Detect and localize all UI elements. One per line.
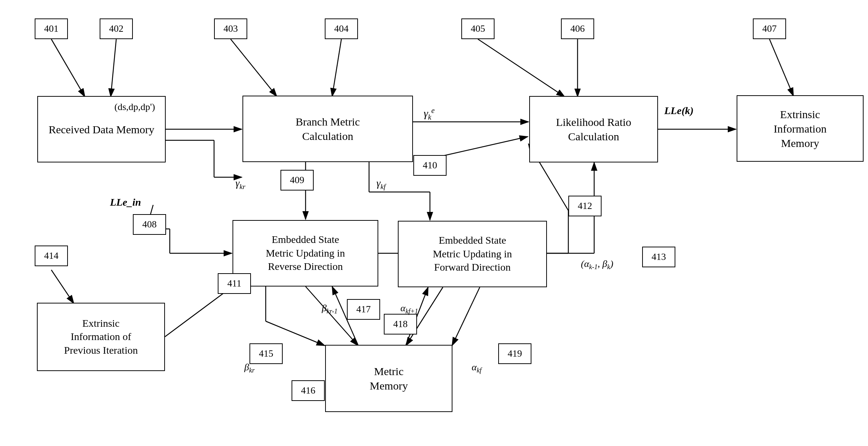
numbox-414: 414 [35, 246, 68, 266]
numbox-405: 405 [461, 18, 495, 39]
label-beta-kr1: βkr-1 [322, 303, 338, 315]
svg-line-24 [165, 287, 232, 337]
svg-line-29 [452, 287, 480, 346]
numbox-406: 406 [561, 18, 594, 39]
label-alpha-kf: αkf [472, 362, 482, 374]
numbox-401: 401 [35, 18, 68, 39]
extrinsic-info-previous-box: ExtrinsicInformation ofPrevious Iteratio… [37, 303, 165, 371]
label-alpha-kf1: αkf+1 [400, 303, 418, 315]
numbox-412: 412 [568, 196, 602, 216]
svg-line-22 [51, 270, 74, 303]
numbox-418: 418 [384, 314, 417, 334]
numbox-411: 411 [218, 273, 251, 294]
label-gamma-ke: γke [424, 106, 435, 121]
numbox-416: 416 [292, 380, 325, 401]
diagram-container: Received Data Memory Branch MetricCalcul… [0, 0, 868, 446]
label-ds-dp: (ds,dp,dp') [114, 102, 155, 113]
label-gamma-kr: γkr [235, 177, 245, 191]
branch-metric-calculation-box: Branch MetricCalculation [242, 96, 413, 162]
label-alpha-beta: (αk-1, βk) [581, 258, 613, 271]
svg-line-9 [332, 39, 341, 96]
forward-direction-box: Embedded StateMetric Updating inForward … [398, 221, 547, 287]
label-lle-in: LLe_in [110, 196, 141, 208]
numbox-403: 403 [214, 18, 247, 39]
metric-memory-box: MetricMemory [325, 345, 452, 412]
svg-line-8 [231, 39, 277, 96]
svg-line-3 [111, 39, 116, 97]
numbox-415: 415 [249, 343, 283, 364]
likelihood-ratio-calculation-box: Likelihood RatioCalculation [529, 96, 658, 162]
label-beta-kr: βkr [244, 362, 255, 374]
svg-line-11 [478, 39, 565, 97]
numbox-417: 417 [347, 299, 380, 320]
numbox-413: 413 [642, 247, 675, 267]
numbox-410: 410 [413, 155, 447, 176]
numbox-409: 409 [280, 170, 314, 191]
svg-line-26 [266, 321, 325, 346]
svg-line-2 [51, 39, 85, 97]
label-gamma-kf: γkf [376, 177, 386, 191]
numbox-407: 407 [753, 18, 786, 39]
label-llek: LLe(k) [664, 105, 693, 117]
numbox-404: 404 [325, 18, 358, 39]
numbox-402: 402 [100, 18, 133, 39]
extrinsic-info-memory-box: ExtrinsicInformationMemory [737, 95, 864, 162]
numbox-419: 419 [498, 343, 531, 364]
svg-line-14 [769, 39, 793, 96]
numbox-408: 408 [133, 214, 166, 235]
reverse-direction-box: Embedded StateMetric Updating inReverse … [232, 220, 378, 287]
